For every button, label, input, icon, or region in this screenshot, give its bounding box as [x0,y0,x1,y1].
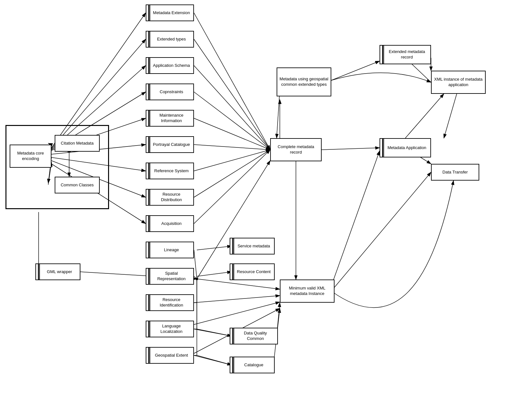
minimum-valid-xml-node: Minimum valid XML metadata Instance [280,280,335,303]
portrayal-catalogue-node: Portrayal Catalogue [146,136,194,153]
citation-metadata-label: Citation Metadata [61,141,94,146]
data-transfer-node: Data Transfer [431,164,479,181]
svg-line-8 [194,145,270,150]
svg-line-40 [331,172,431,291]
geospatial-extent-node: Geospatial Extent [146,347,194,364]
common-classes-node: Common Classes [55,177,100,193]
maintenance-info-node: Maintenance Information [146,110,194,127]
metadata-extension-node: Metadata Extension [146,4,194,21]
svg-line-9 [194,150,270,171]
portrayal-catalogue-label: Portrayal Catalogue [153,142,190,147]
citation-metadata-node: Citation Metadata [55,135,100,152]
metadata-using-geospatial-node: Metadata using geospatial common extende… [277,67,331,96]
svg-line-5 [194,66,270,150]
complete-metadata-record-label: Complete metadata record [273,144,319,155]
metadata-core-encoding-label: Metadata core encoding [12,151,49,162]
svg-line-26 [197,329,232,336]
data-transfer-label: Data Transfer [443,170,468,175]
constraints-label: Copnstraints [160,89,183,95]
language-localization-label: Language Localization [151,324,191,334]
svg-line-32 [194,355,232,365]
svg-line-6 [194,92,270,150]
svg-line-24 [197,246,232,250]
svg-line-3 [194,13,270,150]
connections-svg [0,0,532,418]
svg-line-41 [331,151,380,286]
service-metadata-node: Service metadata [230,238,275,254]
lineage-node: Lineage [146,242,194,258]
svg-line-33 [277,90,280,138]
xml-instance-node: XML instance of metadata application [431,71,486,94]
metadata-using-geospatial-label: Metadata using geospatial common extende… [279,76,329,87]
data-quality-common-node: Data Quality Common [230,328,278,344]
catalogue-label: Catalogue [244,362,263,368]
acquisition-node: Acquisition [146,215,194,232]
svg-line-22 [197,161,270,279]
resource-identification-label: Resource Identification [151,297,191,308]
svg-line-27 [197,355,232,365]
gml-wrapper-node: GML wrapper [35,263,80,280]
common-classes-label: Common Classes [61,182,94,188]
resource-content-label: Resource Content [237,269,271,275]
application-schema-label: Application Schema [153,63,190,68]
resource-identification-node: Resource Identification [146,294,194,311]
maintenance-info-label: Maintenance Information [151,113,191,124]
svg-line-7 [194,118,270,150]
extended-metadata-record-node: Extended metadata record [380,45,431,64]
resource-content-node: Resource Content [230,263,275,280]
extended-types-label: Extended types [157,37,186,42]
svg-line-10 [194,150,270,197]
xml-instance-label: XML instance of metadata application [434,77,483,88]
constraints-node: Copnstraints [146,84,194,100]
metadata-application-label: Metadata Application [388,145,427,151]
spatial-representation-label: Spatial Representation [151,271,191,282]
metadata-core-encoding-node: Metadata core encoding [10,145,51,168]
resource-distribution-label: Resource Distribution [151,192,191,203]
svg-line-29 [194,329,232,336]
svg-line-38 [322,148,380,150]
geospatial-extent-label: Geospatial Extent [155,353,188,358]
catalogue-node: Catalogue [230,357,275,373]
complete-metadata-record-node: Complete metadata record [270,138,322,161]
minimum-valid-xml-label: Minimum valid XML metadata Instance [282,286,332,297]
svg-line-4 [194,39,270,150]
resource-distribution-node: Resource Distribution [146,189,194,206]
svg-line-13 [194,250,197,279]
application-schema-node: Application Schema [146,57,194,74]
svg-point-12 [196,278,198,280]
diagram-container: Metadata Extension Extended types Applic… [0,0,532,418]
acquisition-label: Acquisition [161,221,182,227]
svg-line-30 [194,302,280,325]
svg-line-14 [194,276,197,279]
svg-line-25 [197,272,232,276]
language-localization-node: Language Localization [146,321,194,337]
svg-line-11 [194,150,270,224]
svg-line-36 [444,94,457,138]
reference-system-label: Reference System [154,168,189,174]
metadata-application-node: Metadata Application [380,138,431,157]
extended-types-node: Extended types [146,31,194,48]
gml-wrapper-label: GML wrapper [47,269,72,275]
svg-line-39 [405,94,444,138]
metadata-extension-label: Metadata Extension [153,10,190,16]
data-quality-common-label: Data Quality Common [235,331,275,342]
reference-system-node: Reference System [146,163,194,179]
svg-line-34 [331,61,380,80]
service-metadata-label: Service metadata [237,244,270,249]
spatial-representation-node: Spatial Representation [146,268,194,285]
svg-line-23 [197,279,280,289]
svg-line-28 [194,296,280,303]
lineage-label: Lineage [164,247,179,253]
extended-metadata-record-label: Extended metadata record [385,49,428,60]
